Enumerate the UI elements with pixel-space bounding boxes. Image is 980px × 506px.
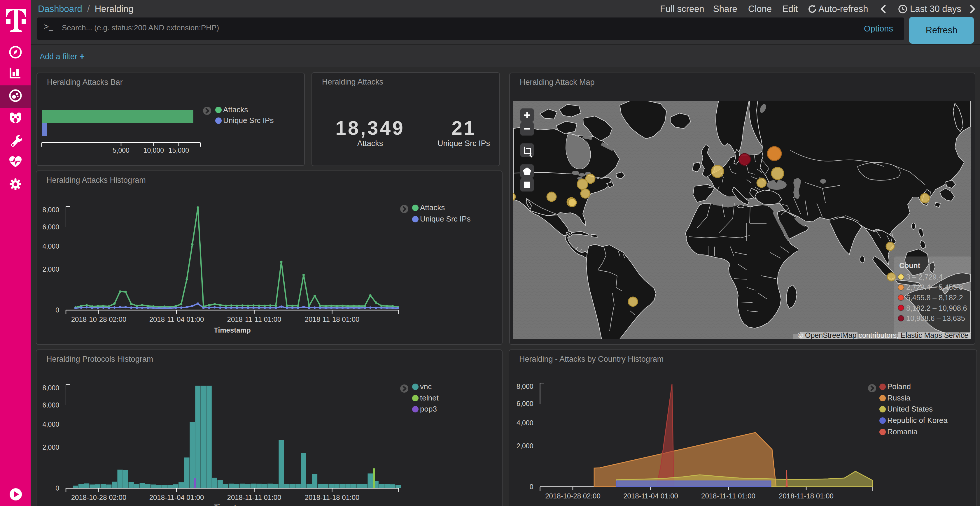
svg-text:Count: Count	[899, 262, 921, 270]
svg-text:10,908.6 – 13,635: 10,908.6 – 13,635	[906, 314, 965, 322]
svg-text:3 – 2,729.4: 3 – 2,729.4	[906, 273, 943, 281]
svg-text:8,182.2 – 10,908.6: 8,182.2 – 10,908.6	[906, 304, 967, 312]
svg-text:© OpenStreetMap contributors,: © OpenStreetMap contributors, Elastic Ma…	[798, 331, 968, 339]
svg-text:5,455.8 – 8,182.2: 5,455.8 – 8,182.2	[906, 293, 963, 302]
svg-text:2,729.4 – 5,455.8: 2,729.4 – 5,455.8	[906, 283, 963, 291]
